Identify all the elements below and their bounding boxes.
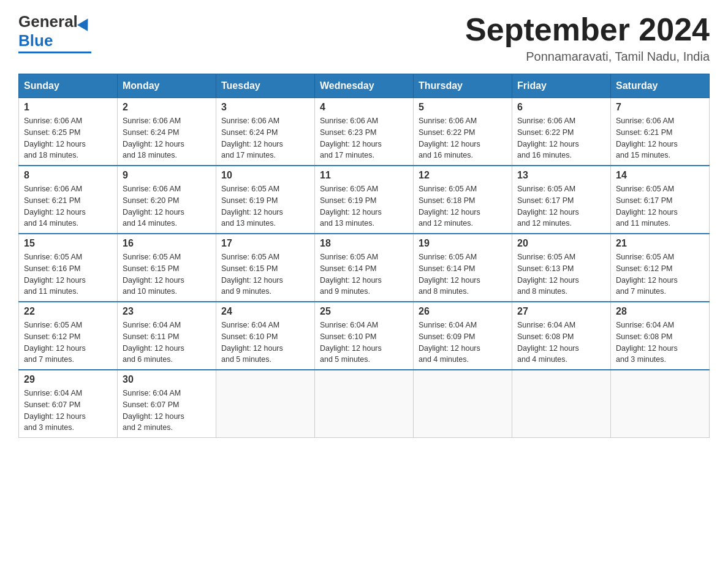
header-cell-saturday: Saturday <box>611 74 710 98</box>
calendar-cell: 22Sunrise: 6:05 AMSunset: 6:12 PMDayligh… <box>19 302 118 370</box>
logo-underline <box>18 52 91 53</box>
day-number: 22 <box>24 306 112 317</box>
day-number: 30 <box>123 374 211 385</box>
calendar-cell: 29Sunrise: 6:04 AMSunset: 6:07 PMDayligh… <box>19 370 118 438</box>
subtitle: Ponnamaravati, Tamil Nadu, India <box>465 50 710 64</box>
calendar-cell: 1Sunrise: 6:06 AMSunset: 6:25 PMDaylight… <box>19 98 118 166</box>
day-number: 28 <box>616 306 704 317</box>
day-number: 24 <box>221 306 309 317</box>
day-number: 13 <box>517 170 605 181</box>
day-info: Sunrise: 6:05 AMSunset: 6:18 PMDaylight:… <box>419 183 507 229</box>
calendar-cell: 9Sunrise: 6:06 AMSunset: 6:20 PMDaylight… <box>118 166 216 234</box>
calendar-cell: 26Sunrise: 6:04 AMSunset: 6:09 PMDayligh… <box>414 302 512 370</box>
calendar-cell: 18Sunrise: 6:05 AMSunset: 6:14 PMDayligh… <box>315 234 414 302</box>
day-info: Sunrise: 6:05 AMSunset: 6:14 PMDaylight:… <box>320 251 408 297</box>
day-info: Sunrise: 6:05 AMSunset: 6:19 PMDaylight:… <box>221 183 309 229</box>
day-info: Sunrise: 6:04 AMSunset: 6:11 PMDaylight:… <box>123 320 211 366</box>
calendar-cell: 8Sunrise: 6:06 AMSunset: 6:21 PMDaylight… <box>19 166 118 234</box>
day-number: 17 <box>221 238 309 249</box>
day-info: Sunrise: 6:06 AMSunset: 6:22 PMDaylight:… <box>517 115 605 161</box>
calendar-cell: 3Sunrise: 6:06 AMSunset: 6:24 PMDaylight… <box>216 98 315 166</box>
header-cell-thursday: Thursday <box>414 74 512 98</box>
logo-blue-text: Blue <box>18 31 53 50</box>
day-info: Sunrise: 6:05 AMSunset: 6:17 PMDaylight:… <box>616 183 704 229</box>
day-info: Sunrise: 6:06 AMSunset: 6:21 PMDaylight:… <box>24 183 112 229</box>
day-info: Sunrise: 6:05 AMSunset: 6:12 PMDaylight:… <box>24 320 112 366</box>
day-number: 12 <box>419 170 507 181</box>
day-info: Sunrise: 6:05 AMSunset: 6:13 PMDaylight:… <box>517 251 605 297</box>
calendar-cell <box>512 370 611 438</box>
calendar-cell: 2Sunrise: 6:06 AMSunset: 6:24 PMDaylight… <box>118 98 216 166</box>
day-info: Sunrise: 6:06 AMSunset: 6:25 PMDaylight:… <box>24 115 112 161</box>
day-number: 21 <box>616 238 704 249</box>
calendar-cell: 14Sunrise: 6:05 AMSunset: 6:17 PMDayligh… <box>611 166 710 234</box>
day-info: Sunrise: 6:04 AMSunset: 6:07 PMDaylight:… <box>24 388 112 434</box>
day-info: Sunrise: 6:04 AMSunset: 6:10 PMDaylight:… <box>221 320 309 366</box>
day-number: 6 <box>517 102 605 113</box>
week-row-2: 8Sunrise: 6:06 AMSunset: 6:21 PMDaylight… <box>19 166 710 234</box>
week-row-4: 22Sunrise: 6:05 AMSunset: 6:12 PMDayligh… <box>19 302 710 370</box>
day-number: 29 <box>24 374 112 385</box>
day-number: 3 <box>221 102 309 113</box>
logo: General Blue <box>18 12 91 53</box>
calendar-cell <box>611 370 710 438</box>
day-number: 10 <box>221 170 309 181</box>
calendar-table: SundayMondayTuesdayWednesdayThursdayFrid… <box>18 74 710 438</box>
day-info: Sunrise: 6:06 AMSunset: 6:24 PMDaylight:… <box>221 115 309 161</box>
day-info: Sunrise: 6:04 AMSunset: 6:10 PMDaylight:… <box>320 320 408 366</box>
calendar-cell: 5Sunrise: 6:06 AMSunset: 6:22 PMDaylight… <box>414 98 512 166</box>
calendar-cell: 15Sunrise: 6:05 AMSunset: 6:16 PMDayligh… <box>19 234 118 302</box>
day-number: 5 <box>419 102 507 113</box>
logo-triangle-icon <box>77 15 93 31</box>
day-number: 27 <box>517 306 605 317</box>
day-info: Sunrise: 6:06 AMSunset: 6:24 PMDaylight:… <box>123 115 211 161</box>
calendar-cell: 10Sunrise: 6:05 AMSunset: 6:19 PMDayligh… <box>216 166 315 234</box>
day-info: Sunrise: 6:04 AMSunset: 6:09 PMDaylight:… <box>419 320 507 366</box>
header-cell-sunday: Sunday <box>19 74 118 98</box>
day-number: 11 <box>320 170 408 181</box>
calendar-cell: 25Sunrise: 6:04 AMSunset: 6:10 PMDayligh… <box>315 302 414 370</box>
day-info: Sunrise: 6:05 AMSunset: 6:15 PMDaylight:… <box>123 251 211 297</box>
day-info: Sunrise: 6:06 AMSunset: 6:21 PMDaylight:… <box>616 115 704 161</box>
day-info: Sunrise: 6:05 AMSunset: 6:12 PMDaylight:… <box>616 251 704 297</box>
day-info: Sunrise: 6:05 AMSunset: 6:17 PMDaylight:… <box>517 183 605 229</box>
calendar-cell: 27Sunrise: 6:04 AMSunset: 6:08 PMDayligh… <box>512 302 611 370</box>
calendar-cell: 4Sunrise: 6:06 AMSunset: 6:23 PMDaylight… <box>315 98 414 166</box>
day-number: 16 <box>123 238 211 249</box>
header-cell-friday: Friday <box>512 74 611 98</box>
main-title: September 2024 <box>465 12 710 47</box>
day-info: Sunrise: 6:05 AMSunset: 6:14 PMDaylight:… <box>419 251 507 297</box>
day-number: 1 <box>24 102 112 113</box>
day-info: Sunrise: 6:05 AMSunset: 6:15 PMDaylight:… <box>221 251 309 297</box>
day-info: Sunrise: 6:06 AMSunset: 6:22 PMDaylight:… <box>419 115 507 161</box>
calendar-cell: 23Sunrise: 6:04 AMSunset: 6:11 PMDayligh… <box>118 302 216 370</box>
day-number: 9 <box>123 170 211 181</box>
header-cell-wednesday: Wednesday <box>315 74 414 98</box>
day-info: Sunrise: 6:06 AMSunset: 6:23 PMDaylight:… <box>320 115 408 161</box>
week-row-5: 29Sunrise: 6:04 AMSunset: 6:07 PMDayligh… <box>19 370 710 438</box>
logo-general-text: General <box>18 12 78 31</box>
day-number: 7 <box>616 102 704 113</box>
day-number: 20 <box>517 238 605 249</box>
calendar-cell: 20Sunrise: 6:05 AMSunset: 6:13 PMDayligh… <box>512 234 611 302</box>
calendar-cell: 17Sunrise: 6:05 AMSunset: 6:15 PMDayligh… <box>216 234 315 302</box>
week-row-1: 1Sunrise: 6:06 AMSunset: 6:25 PMDaylight… <box>19 98 710 166</box>
calendar-cell: 19Sunrise: 6:05 AMSunset: 6:14 PMDayligh… <box>414 234 512 302</box>
day-number: 4 <box>320 102 408 113</box>
calendar-cell: 28Sunrise: 6:04 AMSunset: 6:08 PMDayligh… <box>611 302 710 370</box>
day-number: 23 <box>123 306 211 317</box>
calendar-cell <box>216 370 315 438</box>
header-row: SundayMondayTuesdayWednesdayThursdayFrid… <box>19 74 710 98</box>
calendar-cell <box>315 370 414 438</box>
calendar-cell: 11Sunrise: 6:05 AMSunset: 6:19 PMDayligh… <box>315 166 414 234</box>
day-info: Sunrise: 6:04 AMSunset: 6:08 PMDaylight:… <box>616 320 704 366</box>
day-number: 18 <box>320 238 408 249</box>
day-info: Sunrise: 6:05 AMSunset: 6:16 PMDaylight:… <box>24 251 112 297</box>
header-cell-tuesday: Tuesday <box>216 74 315 98</box>
header-cell-monday: Monday <box>118 74 216 98</box>
calendar-cell: 16Sunrise: 6:05 AMSunset: 6:15 PMDayligh… <box>118 234 216 302</box>
day-number: 15 <box>24 238 112 249</box>
week-row-3: 15Sunrise: 6:05 AMSunset: 6:16 PMDayligh… <box>19 234 710 302</box>
day-info: Sunrise: 6:04 AMSunset: 6:07 PMDaylight:… <box>123 388 211 434</box>
calendar-cell: 12Sunrise: 6:05 AMSunset: 6:18 PMDayligh… <box>414 166 512 234</box>
